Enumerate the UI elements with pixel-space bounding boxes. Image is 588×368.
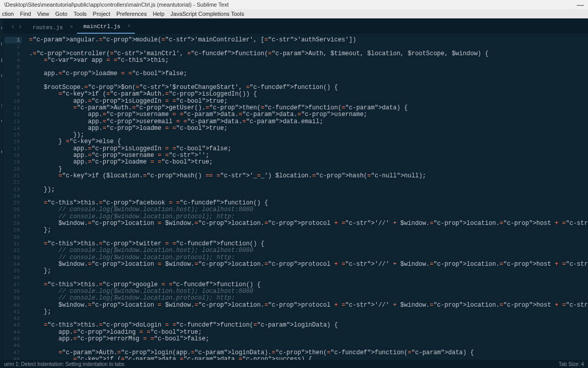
- code-line[interactable]: ="c-key">if (="c-param">Auth.="c-prop">i…: [29, 91, 588, 98]
- line-number: 7: [5, 78, 20, 84]
- code-line[interactable]: app.="c-prop">loadme = ="c-bool">false;: [29, 71, 588, 77]
- line-number: 37: [5, 282, 20, 288]
- code-line[interactable]: [29, 342, 588, 349]
- code-line[interactable]: app.="c-prop">errorMsg = ="c-bool">false…: [29, 336, 588, 342]
- code-line[interactable]: };: [29, 309, 588, 315]
- code-line[interactable]: // console.log($window.location.host); l…: [29, 247, 588, 254]
- menu-item[interactable]: JavaScript Completions Tools: [170, 9, 244, 18]
- minimize-button[interactable]: —: [577, 0, 584, 9]
- code-line[interactable]: ="c-key">if (="c-param">data.="c-param">…: [29, 356, 588, 360]
- code-line[interactable]: ="c-key">if ($location.="c-prop">hash() …: [29, 173, 588, 179]
- code-line[interactable]: $window.="c-prop">location = $window.="c…: [29, 302, 588, 309]
- status-tabsize[interactable]: Tab Size: 4: [559, 361, 584, 367]
- line-number: 23: [5, 187, 20, 193]
- status-left: umn 1; Detect Indentation: Setting inden…: [4, 361, 125, 367]
- code-line[interactable]: // console.log($window.location.host); l…: [29, 288, 588, 295]
- code-line[interactable]: app.="c-prop">loadme = ="c-bool">true;: [29, 125, 588, 132]
- line-number: 24: [5, 193, 20, 200]
- code-line[interactable]: // console.log($window.location.protocol…: [29, 295, 588, 302]
- code-line[interactable]: };: [29, 227, 588, 234]
- code-content[interactable]: ="c-param">angular.="c-prop">module(="c-…: [25, 34, 588, 360]
- code-line[interactable]: app.="c-prop">username = ="c-str">'';: [29, 152, 588, 159]
- nav-back-icon[interactable]: ‹: [11, 22, 15, 31]
- code-editor[interactable]: 1234567891011121314151617181920212223242…: [3, 34, 588, 360]
- code-line[interactable]: ="c-param">angular.="c-prop">module(="c-…: [29, 37, 588, 43]
- menu-item[interactable]: View: [37, 9, 50, 18]
- line-number: 22: [5, 179, 20, 186]
- code-line[interactable]: ="c-this">this.="c-prop">google = ="c-fu…: [29, 282, 588, 288]
- tab-bar: ‹ › routes.js × mainCtrl.js ×: [3, 18, 588, 34]
- menu-item[interactable]: Find: [20, 9, 31, 18]
- code-line[interactable]: app.="c-prop">useremail = ="c-param">dat…: [29, 119, 588, 125]
- line-number: 5: [5, 64, 20, 71]
- code-line[interactable]: ="c-param">Auth.="c-prop">getUser().="c-…: [29, 105, 588, 111]
- code-line[interactable]: ="c-this">this.="c-prop">twitter = ="c-f…: [29, 241, 588, 247]
- code-line[interactable]: [29, 234, 588, 241]
- code-line[interactable]: ="c-var">var app = ="c-this">this;: [29, 57, 588, 64]
- line-number: 29: [5, 227, 20, 234]
- menu-item[interactable]: ction: [2, 9, 14, 18]
- line-number: 47: [5, 350, 20, 356]
- menu-item[interactable]: Preferences: [116, 9, 146, 18]
- nav-forward-icon[interactable]: ›: [18, 22, 22, 31]
- tab-routes[interactable]: routes.js ×: [27, 21, 77, 34]
- code-line[interactable]: ="c-this">this.="c-prop">doLogin = ="c-f…: [29, 322, 588, 329]
- line-number: 17: [5, 146, 20, 152]
- code-line[interactable]: }: [29, 166, 588, 173]
- code-line[interactable]: [29, 78, 588, 84]
- code-line[interactable]: [29, 43, 588, 50]
- code-line[interactable]: [29, 64, 588, 71]
- line-number: 46: [5, 342, 20, 349]
- line-number: 48: [5, 356, 20, 360]
- line-number: 2: [5, 43, 20, 50]
- close-icon[interactable]: ×: [128, 24, 131, 29]
- code-line[interactable]: $rootScope.="c-prop">$on(="c-str">'$rout…: [29, 84, 588, 91]
- close-icon[interactable]: ×: [70, 25, 73, 30]
- code-line[interactable]: $window.="c-prop">location = $window.="c…: [29, 261, 588, 268]
- code-line[interactable]: [29, 193, 588, 200]
- line-number: 44: [5, 329, 20, 336]
- code-line[interactable]: app.="c-prop">isLoggedIn = ="c-bool">fal…: [29, 146, 588, 152]
- code-line[interactable]: app.="c-prop">loading = ="c-bool">true;: [29, 329, 588, 336]
- line-number: 16: [5, 139, 20, 145]
- tab-label: routes.js: [33, 25, 63, 31]
- line-number: 10: [5, 98, 20, 105]
- code-line[interactable]: });: [29, 187, 588, 193]
- line-number: 35: [5, 268, 20, 274]
- line-number: 4: [5, 57, 20, 64]
- code-line[interactable]: app.="c-prop">isLoggedIn = ="c-bool">tru…: [29, 98, 588, 105]
- code-line[interactable]: // console.log($window.location.protocol…: [29, 214, 588, 220]
- menu-item[interactable]: Project: [93, 9, 110, 18]
- menu-bar: ction Find View Goto Tools Project Prefe…: [0, 9, 588, 18]
- code-line[interactable]: .="c-prop">controller(="c-str">'mainCtrl…: [29, 51, 588, 57]
- line-number: 28: [5, 220, 20, 227]
- code-line[interactable]: app.="c-prop">loadme = ="c-bool">true;: [29, 159, 588, 166]
- menu-item[interactable]: Help: [153, 9, 164, 18]
- code-line[interactable]: [29, 179, 588, 186]
- code-line[interactable]: ="c-param">Auth.="c-prop">login(app.="c-…: [29, 350, 588, 356]
- menu-item[interactable]: Tools: [74, 9, 87, 18]
- code-line[interactable]: app.="c-prop">username = ="c-param">data…: [29, 111, 588, 118]
- code-line[interactable]: [29, 315, 588, 322]
- code-line[interactable]: // console.log($window.location.host); l…: [29, 206, 588, 213]
- line-number: 27: [5, 214, 20, 220]
- code-line[interactable]: // console.log($window.location.protocol…: [29, 255, 588, 261]
- code-line[interactable]: [29, 274, 588, 281]
- tab-mainctrl[interactable]: mainCtrl.js ×: [77, 20, 135, 34]
- line-number: 20: [5, 166, 20, 173]
- line-number: 11: [5, 105, 20, 111]
- line-number: 8: [5, 84, 20, 91]
- code-line[interactable]: $window.="c-prop">location = $window.="c…: [29, 220, 588, 227]
- line-number: 21: [5, 173, 20, 179]
- line-number: 3: [5, 51, 20, 57]
- code-line[interactable]: });: [29, 132, 588, 139]
- line-number: 1: [5, 37, 22, 43]
- code-line[interactable]: } ="c-key">else {: [29, 139, 588, 145]
- line-number: 43: [5, 322, 20, 329]
- menu-item[interactable]: Goto: [55, 9, 67, 18]
- line-number: 12: [5, 111, 20, 118]
- code-line[interactable]: ="c-this">this.="c-prop">facebook = ="c-…: [29, 200, 588, 206]
- code-line[interactable]: };: [29, 268, 588, 274]
- line-number: 30: [5, 234, 20, 241]
- line-number: 32: [5, 247, 20, 254]
